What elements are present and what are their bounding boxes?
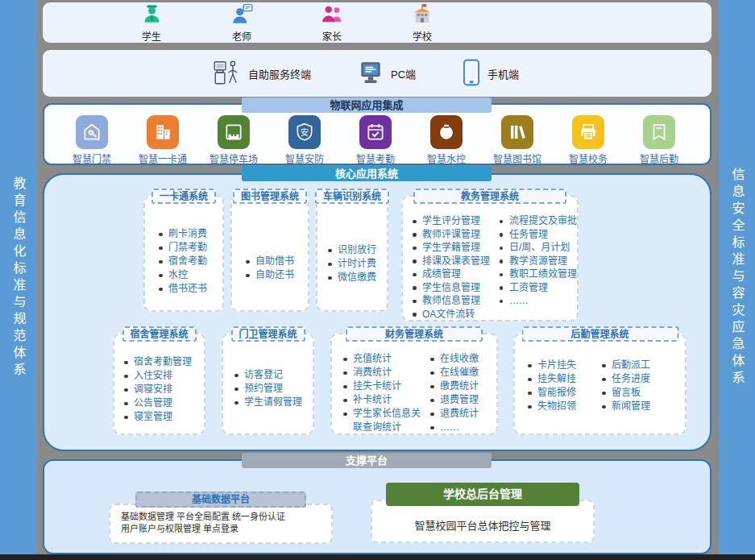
- list-item: 新闻管理: [600, 400, 650, 413]
- left-standards-bar: 教育信息化标准与规范体系: [0, 0, 36, 555]
- iot-label: 智慧水控: [427, 151, 466, 165]
- svg-text:安: 安: [301, 127, 309, 137]
- list-item: 宿舍考勤管理: [122, 355, 204, 369]
- terminal-pc: PC端: [358, 60, 416, 88]
- list-item: 在线收缴: [429, 352, 479, 366]
- system-title: 宿舍管理系统: [122, 326, 196, 342]
- list-item: 公告管理: [122, 396, 204, 410]
- basic-platform-line1: 基础数据管理 平台全局配置 统一身份认证: [121, 511, 326, 523]
- iot-label: 智慧校务: [569, 151, 608, 165]
- user-label: 老师: [232, 29, 251, 43]
- user-label: 家长: [322, 29, 342, 43]
- list-item: 水控: [157, 268, 222, 282]
- users-panel: 学生 老师 家长 学校: [43, 2, 711, 43]
- system-gatekeeper: 门卫管理系统 访客登记 预约管理 学生请假管理: [222, 333, 314, 435]
- system-title: 一卡通系统: [151, 189, 216, 204]
- onecard-icon: [147, 115, 179, 149]
- list-item: 失物招领: [526, 400, 600, 413]
- core-panel: 一卡通系统 刷卡消费 门禁考勤 宿舍考勤 水控 借书还书 图书管理系统 自助借书…: [43, 173, 711, 451]
- terminal-label: 自助服务终端: [248, 66, 311, 81]
- list-item: 教师评课管理: [411, 228, 498, 242]
- parents-icon: [321, 3, 343, 28]
- teacher-icon: [231, 3, 253, 28]
- school-admin-box: 学校总后台管理 智慧校园平台总体把控与管理: [371, 500, 595, 543]
- list-item: OA文件流转: [411, 308, 498, 321]
- list-item: 门禁考勤: [157, 241, 222, 255]
- list-item: 任务进度: [600, 372, 650, 386]
- list-item: 教师信息管理: [411, 294, 498, 308]
- list-item: 后勤派工: [600, 359, 650, 372]
- iot-label: 智慧图书馆: [493, 151, 541, 165]
- list-item: 教学资源管理: [498, 255, 577, 268]
- list-item: 宿舍考勤: [157, 255, 222, 268]
- list-item: 计时计费: [326, 257, 387, 271]
- iot-item-water: 智慧水控: [418, 115, 475, 165]
- list-item: 消费统计: [342, 366, 429, 380]
- list-item: 卡片挂失: [526, 359, 600, 372]
- list-item: 自助还书: [244, 268, 308, 282]
- terminals-panel: 自助服务终端 PC端 手机端: [43, 50, 711, 97]
- support-section-header: 支撑平台: [242, 453, 492, 468]
- school-icon: [411, 3, 434, 28]
- iot-item-security: 安 智慧安防: [276, 115, 333, 165]
- list-item: 学生信息管理: [411, 281, 498, 295]
- list-item: 退费管理: [429, 393, 479, 407]
- left-bar-label: 教育信息化标准与规范体系: [9, 176, 28, 380]
- list-item: 充值统计: [342, 352, 429, 366]
- right-security-bar: 信息安全标准与容灾应急体系: [719, 0, 755, 555]
- list-item: 识别放行: [326, 243, 387, 257]
- system-dormitory: 宿舍管理系统 宿舍考勤管理 入住安排 调寝安排 公告管理 寝室管理: [113, 333, 205, 435]
- attendance-calendar-icon: [359, 115, 392, 149]
- iot-label: 智慧门禁: [73, 151, 111, 165]
- list-item: 教职工绩效管理: [498, 268, 577, 281]
- iot-section-header: 物联网应用集成: [242, 97, 492, 113]
- student-icon: [141, 3, 163, 28]
- list-item: 流程提交及审批: [498, 214, 577, 228]
- list-item: 自助借书: [244, 255, 308, 268]
- iot-item-attendance: 智慧考勤: [347, 115, 404, 165]
- list-item: 挂失卡统计: [342, 380, 429, 393]
- list-item: 微信缴费: [326, 271, 387, 284]
- user-parents: 家长: [308, 3, 356, 43]
- list-item: 排课及课表管理: [411, 255, 498, 268]
- right-bar-label: 信息安全标准与容灾应急体系: [728, 168, 747, 388]
- school-affairs-icon: [572, 115, 604, 149]
- iot-label: 智慧安防: [285, 151, 324, 165]
- iot-item-onecard: 智慧一卡通: [135, 115, 191, 165]
- list-item: 预约管理: [233, 382, 313, 396]
- school-admin-title: 学校总后台管理: [386, 483, 579, 506]
- system-finance: 财务管理系统 充值统计 消费统计 挂失卡统计 补卡统计 学生家长信息关联查询统计…: [330, 333, 498, 435]
- system-title: 门卫管理系统: [230, 326, 305, 342]
- list-item: 缴费统计: [429, 380, 479, 393]
- list-item: 补卡统计: [342, 393, 429, 407]
- user-school: 学校: [398, 3, 446, 43]
- basic-platform-line2: 用户账户与权限管理 单点登录: [121, 523, 326, 535]
- user-label: 学生: [142, 29, 161, 43]
- list-item: ……: [498, 294, 577, 308]
- list-item: 学生评分管理: [411, 214, 498, 228]
- door-access-icon: [76, 115, 108, 149]
- iot-item-library: 智慧图书馆: [489, 115, 546, 165]
- logistics-flag-icon: [643, 115, 675, 149]
- list-item: 工资管理: [498, 281, 577, 295]
- terminal-phone: 手机端: [463, 59, 519, 89]
- iot-label: 智慧一卡通: [139, 151, 187, 165]
- iot-label: 智慧考勤: [356, 151, 395, 165]
- system-title: 车辆识别系统: [315, 189, 389, 204]
- iot-item-door-access: 智慧门禁: [64, 115, 120, 165]
- pc-icon: [358, 60, 384, 88]
- list-item: 在线催缴: [429, 366, 479, 380]
- iot-item-affairs: 智慧校务: [560, 115, 616, 165]
- terminal-label: 手机端: [487, 66, 519, 81]
- kiosk-icon: [212, 59, 241, 89]
- library-books-icon: [501, 115, 533, 149]
- system-title: 后勤管理系统: [521, 326, 678, 342]
- list-item: 学生请假管理: [233, 396, 313, 409]
- system-title: 财务管理系统: [346, 326, 483, 342]
- list-item: 访客登记: [233, 368, 313, 382]
- iot-item-parking: 智慧停车场: [205, 115, 262, 165]
- list-item: 调寝安排: [122, 383, 204, 396]
- parking-icon: [218, 115, 250, 149]
- phone-icon: [463, 59, 480, 89]
- terminal-label: PC端: [391, 66, 416, 81]
